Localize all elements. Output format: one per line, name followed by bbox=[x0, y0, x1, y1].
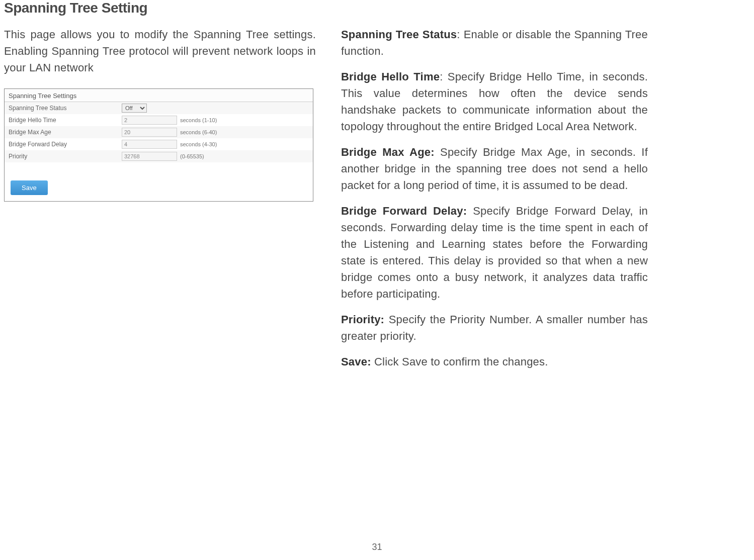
def-priority: Priority: Specify the Priority Number. A… bbox=[341, 311, 648, 344]
left-column: This page allows you to modify the Spann… bbox=[4, 26, 326, 379]
panel-header: Spanning Tree Settings bbox=[5, 89, 313, 102]
hello-input[interactable] bbox=[122, 116, 177, 125]
def-save-term: Save: bbox=[341, 355, 371, 368]
page-title: Spanning Tree Setting bbox=[0, 0, 754, 16]
hello-label: Bridge Hello Time bbox=[9, 117, 122, 124]
def-status: Spanning Tree Status: Enable or disable … bbox=[341, 26, 648, 59]
def-forward: Bridge Forward Delay: Specify Bridge For… bbox=[341, 203, 648, 302]
forward-input[interactable] bbox=[122, 140, 177, 149]
hello-hint: seconds (1-10) bbox=[180, 117, 217, 123]
priority-hint: (0-65535) bbox=[180, 153, 204, 159]
status-label: Spanning Tree Status bbox=[9, 105, 122, 112]
priority-input[interactable] bbox=[122, 152, 177, 161]
maxage-input[interactable] bbox=[122, 128, 177, 137]
status-select[interactable]: Off bbox=[122, 104, 147, 113]
row-status: Spanning Tree Status Off bbox=[5, 102, 313, 114]
forward-hint: seconds (4-30) bbox=[180, 141, 217, 147]
intro-text: This page allows you to modify the Spann… bbox=[4, 26, 316, 76]
def-maxage-term: Bridge Max Age: bbox=[341, 146, 435, 158]
save-button[interactable]: Save bbox=[11, 180, 48, 195]
row-maxage: Bridge Max Age seconds (6-40) bbox=[5, 126, 313, 138]
def-forward-term: Bridge Forward Delay: bbox=[341, 205, 467, 217]
def-priority-term: Priority: bbox=[341, 313, 384, 326]
settings-panel: Spanning Tree Settings Spanning Tree Sta… bbox=[4, 88, 313, 202]
def-save: Save: Click Save to confirm the changes. bbox=[341, 353, 648, 370]
def-hello: Bridge Hello Time: Specify Bridge Hello … bbox=[341, 68, 648, 135]
def-maxage: Bridge Max Age: Specify Bridge Max Age, … bbox=[341, 144, 648, 194]
maxage-hint: seconds (6-40) bbox=[180, 129, 217, 135]
forward-label: Bridge Forward Delay bbox=[9, 141, 122, 148]
def-hello-term: Bridge Hello Time bbox=[341, 70, 440, 83]
right-column: Spanning Tree Status: Enable or disable … bbox=[326, 26, 648, 379]
row-forward: Bridge Forward Delay seconds (4-30) bbox=[5, 138, 313, 150]
row-hello: Bridge Hello Time seconds (1-10) bbox=[5, 114, 313, 126]
maxage-label: Bridge Max Age bbox=[9, 129, 122, 136]
def-status-term: Spanning Tree Status bbox=[341, 28, 457, 41]
row-priority: Priority (0-65535) bbox=[5, 150, 313, 162]
def-forward-text: Specify Bridge Forward Delay, in seconds… bbox=[341, 205, 648, 300]
def-priority-text: Specify the Priority Number. A smaller n… bbox=[341, 313, 648, 342]
priority-label: Priority bbox=[9, 153, 122, 160]
def-save-text: Click Save to confirm the changes. bbox=[371, 355, 548, 368]
page-number: 31 bbox=[372, 542, 382, 552]
